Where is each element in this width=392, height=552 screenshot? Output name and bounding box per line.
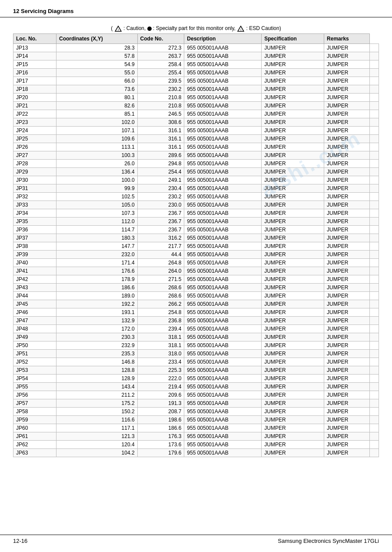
table-cell: 117.1 bbox=[56, 424, 138, 432]
table-cell: 955 005001AAAB bbox=[184, 424, 262, 432]
table-cell: 264.0 bbox=[137, 267, 184, 275]
table-cell bbox=[369, 110, 379, 118]
table-cell bbox=[369, 275, 379, 283]
table-row: JP2080.1210.8955 005001AAABJUMPERJUMPER bbox=[13, 93, 379, 101]
table-cell: 308.6 bbox=[137, 118, 184, 126]
table-cell: JUMPER bbox=[262, 325, 324, 333]
table-cell: JUMPER bbox=[262, 209, 324, 217]
table-cell bbox=[369, 440, 379, 448]
table-cell: 210.8 bbox=[137, 93, 184, 101]
table-cell: JP24 bbox=[13, 126, 56, 134]
caution-line: ( ! : Caution, : Specialty part for this… bbox=[13, 25, 379, 32]
table-row: JP46193.1254.8955 005001AAABJUMPERJUMPER bbox=[13, 308, 379, 316]
table-cell: 107.1 bbox=[56, 126, 138, 134]
table-cell bbox=[369, 424, 379, 432]
table-cell: JUMPER bbox=[324, 366, 370, 374]
table-cell: 85.1 bbox=[56, 110, 138, 118]
esd-triangle-icon: ! bbox=[237, 26, 244, 32]
table-cell: JUMPER bbox=[324, 283, 370, 291]
page-footer: 12-16 Samsung Electronics SyncMaster 17G… bbox=[0, 535, 392, 544]
col-loc-no: Loc. No. bbox=[13, 33, 56, 43]
table-row: JP35112.0236.7955 005001AAABJUMPERJUMPER bbox=[13, 217, 379, 225]
table-cell: JUMPER bbox=[262, 333, 324, 341]
table-cell: 254.8 bbox=[137, 308, 184, 316]
table-cell: 318.1 bbox=[137, 333, 184, 341]
table-cell bbox=[369, 151, 379, 159]
table-cell: 230.3 bbox=[56, 333, 138, 341]
table-cell bbox=[369, 167, 379, 176]
table-cell: 955 005001AAAB bbox=[184, 399, 262, 407]
table-row: JP33105.0230.0955 005001AAABJUMPERJUMPER bbox=[13, 201, 379, 209]
table-cell: JP59 bbox=[13, 415, 56, 424]
table-cell bbox=[369, 366, 379, 374]
table-cell: 955 005001AAAB bbox=[184, 316, 262, 325]
table-cell: JUMPER bbox=[262, 366, 324, 374]
table-cell: JUMPER bbox=[324, 167, 370, 176]
table-cell: JP58 bbox=[13, 407, 56, 415]
table-cell: 107.3 bbox=[56, 209, 138, 217]
table-cell: 55.0 bbox=[56, 68, 138, 77]
table-cell bbox=[369, 201, 379, 209]
table-cell: JUMPER bbox=[262, 316, 324, 325]
table-cell: 955 005001AAAB bbox=[184, 217, 262, 225]
table-row: JP61121.3176.3955 005001AAABJUMPERJUMPER bbox=[13, 432, 379, 440]
table-cell: 955 005001AAAB bbox=[184, 349, 262, 358]
table-cell: JP57 bbox=[13, 399, 56, 407]
table-cell bbox=[369, 374, 379, 382]
table-cell: 82.6 bbox=[56, 101, 138, 110]
table-cell: 264.8 bbox=[137, 258, 184, 267]
table-cell: JUMPER bbox=[324, 267, 370, 275]
table-cell: JUMPER bbox=[324, 217, 370, 225]
table-cell: JUMPER bbox=[324, 341, 370, 349]
table-cell: JP36 bbox=[13, 225, 56, 234]
table-cell: 230.0 bbox=[137, 201, 184, 209]
table-cell: 172.0 bbox=[56, 325, 138, 333]
table-row: JP1766.0239.5955 005001AAABJUMPERJUMPER bbox=[13, 77, 379, 85]
table-cell bbox=[369, 283, 379, 291]
table-row: JP58150.2208.7955 005001AAABJUMPERJUMPER bbox=[13, 407, 379, 415]
table-cell: 210.8 bbox=[137, 101, 184, 110]
table-cell: 955 005001AAAB bbox=[184, 52, 262, 60]
table-cell bbox=[369, 448, 379, 457]
table-cell: JUMPER bbox=[324, 374, 370, 382]
table-cell: 150.2 bbox=[56, 407, 138, 415]
table-cell: JP13 bbox=[13, 43, 56, 52]
table-cell: 955 005001AAAB bbox=[184, 448, 262, 457]
table-cell: 236.7 bbox=[137, 209, 184, 217]
table-cell: JUMPER bbox=[262, 176, 324, 184]
table-cell: 955 005001AAAB bbox=[184, 60, 262, 68]
table-cell: JP28 bbox=[13, 159, 56, 167]
table-cell: JUMPER bbox=[262, 440, 324, 448]
table-cell: 217.7 bbox=[137, 242, 184, 250]
table-cell: JUMPER bbox=[324, 391, 370, 399]
table-cell bbox=[369, 349, 379, 358]
table-row: JP55143.4219.4955 005001AAABJUMPERJUMPER bbox=[13, 382, 379, 391]
table-cell: JUMPER bbox=[262, 234, 324, 242]
table-cell: JP27 bbox=[13, 151, 56, 159]
table-row: JP59116.6198.6955 005001AAABJUMPERJUMPER bbox=[13, 415, 379, 424]
table-row: JP54128.9222.0955 005001AAABJUMPERJUMPER bbox=[13, 374, 379, 382]
table-cell: 955 005001AAAB bbox=[184, 151, 262, 159]
table-cell bbox=[369, 176, 379, 184]
table-cell: JUMPER bbox=[262, 382, 324, 391]
table-cell: JP35 bbox=[13, 217, 56, 225]
table-cell bbox=[369, 77, 379, 85]
table-cell bbox=[369, 415, 379, 424]
table-cell: 955 005001AAAB bbox=[184, 242, 262, 250]
table-cell: JUMPER bbox=[324, 209, 370, 217]
table-row: JP52146.8233.4955 005001AAABJUMPERJUMPER bbox=[13, 358, 379, 366]
table-cell bbox=[369, 60, 379, 68]
table-cell: 955 005001AAAB bbox=[184, 184, 262, 192]
table-cell: JUMPER bbox=[262, 448, 324, 457]
table-cell: 121.3 bbox=[56, 432, 138, 440]
table-cell: 232.0 bbox=[56, 250, 138, 258]
table-cell: JP14 bbox=[13, 52, 56, 60]
table-cell: JUMPER bbox=[324, 242, 370, 250]
table-cell: 236.7 bbox=[137, 225, 184, 234]
table-cell: 232.9 bbox=[56, 341, 138, 349]
specialty-dot-icon bbox=[147, 27, 152, 31]
table-cell: JUMPER bbox=[262, 432, 324, 440]
table-cell: 246.5 bbox=[137, 110, 184, 118]
table-cell: 186.6 bbox=[137, 424, 184, 432]
table-cell: JUMPER bbox=[324, 308, 370, 316]
